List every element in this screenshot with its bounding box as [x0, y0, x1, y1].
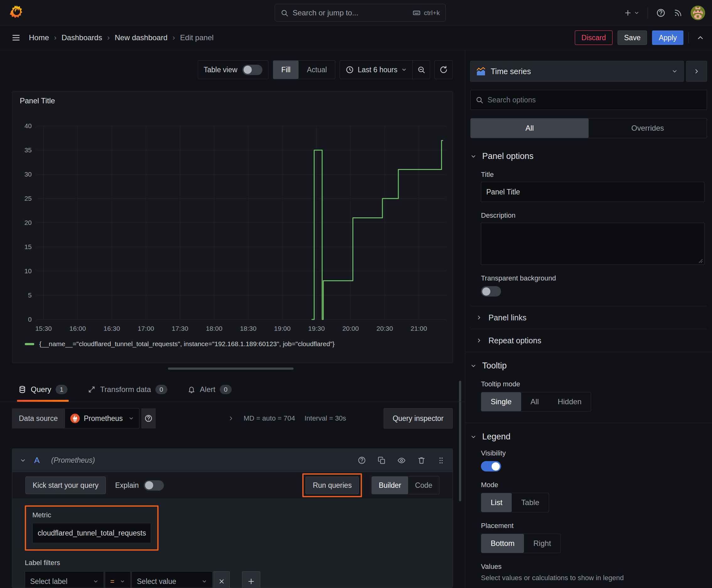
hide-query-button[interactable] [397, 456, 406, 465]
svg-text:15: 15 [24, 243, 32, 250]
menu-toggle-button[interactable] [11, 33, 21, 42]
zoom-out-time-button[interactable] [412, 61, 430, 79]
news-rss-button[interactable] [674, 8, 683, 17]
explain-toggle[interactable] [144, 480, 164, 491]
chevron-down-icon [671, 68, 678, 75]
legend-series-label[interactable]: {__name__="cloudflared_tunnel_total_requ… [39, 340, 335, 348]
time-range-button[interactable]: Last 6 hours [340, 61, 412, 79]
divider [688, 32, 689, 43]
select-value-placeholder: Select value [137, 577, 176, 586]
legend-mode-list[interactable]: List [481, 493, 512, 512]
chevron-down-icon [120, 579, 125, 584]
query-inspector-button[interactable]: Query inspector [384, 408, 453, 428]
query-row-header: A (Prometheus) [12, 449, 453, 472]
grafana-logo-icon[interactable] [9, 4, 24, 21]
legend-mode-segmented: List Table [481, 493, 549, 512]
tooltip-mode-hidden[interactable]: Hidden [548, 392, 591, 411]
panel-links-section[interactable]: Panel links [476, 306, 707, 329]
tooltip-section-header[interactable]: Tooltip [470, 361, 707, 371]
code-option[interactable]: Code [408, 477, 439, 494]
breadcrumb-home[interactable]: Home [29, 33, 49, 42]
options-search-input[interactable] [470, 90, 707, 110]
breadcrumb-dashboards[interactable]: Dashboards [62, 33, 102, 42]
legend-section-header[interactable]: Legend [470, 432, 707, 442]
query-ref-id[interactable]: A [34, 456, 51, 465]
query-help-button[interactable] [358, 456, 366, 465]
legend-mode-table[interactable]: Table [512, 493, 548, 512]
resize-corner-icon[interactable] [698, 258, 703, 263]
tab-transform[interactable]: Transform data 0 [88, 377, 167, 402]
collapse-options-button[interactable] [696, 34, 705, 42]
tooltip-mode-all[interactable]: All [521, 392, 548, 411]
table-view-toggle[interactable] [242, 65, 262, 75]
label-filters-label: Label filters [25, 559, 440, 567]
save-button[interactable]: Save [618, 30, 647, 45]
transparent-background-toggle[interactable] [481, 286, 501, 296]
kick-start-button[interactable]: Kick start your query [25, 477, 106, 494]
title-label: Title [481, 171, 705, 179]
metric-select[interactable]: cloudflared_tunnel_total_requests [33, 523, 151, 543]
toggle-viz-suggestions-button[interactable] [686, 61, 707, 82]
interval-stat: Interval = 30s [304, 414, 346, 422]
tooltip-mode-single[interactable]: Single [481, 392, 521, 411]
chart-legend: {__name__="cloudflared_tunnel_total_requ… [25, 340, 335, 348]
svg-text:0: 0 [28, 316, 32, 323]
label-filters-row: Select label = Select value [25, 571, 440, 588]
operator-dropdown[interactable]: = [105, 571, 131, 588]
panel-title: Panel Title [20, 97, 55, 105]
apply-button[interactable]: Apply [652, 30, 684, 45]
remove-filter-button[interactable] [214, 571, 230, 588]
search-icon [281, 9, 288, 17]
user-avatar[interactable] [691, 6, 705, 20]
svg-text:21:00: 21:00 [411, 325, 427, 332]
database-icon [18, 385, 26, 394]
description-field[interactable] [481, 223, 704, 265]
legend-placement-segmented: Bottom Right [481, 534, 561, 553]
tab-query[interactable]: Query 1 [18, 377, 67, 402]
chart-panel: Panel Title 051015202530354015:3016:0016… [12, 91, 453, 363]
pane-resize-handle[interactable] [168, 368, 294, 370]
divider [648, 7, 648, 19]
builder-option[interactable]: Builder [372, 477, 408, 494]
visualization-picker[interactable]: Time series [470, 61, 684, 82]
collapse-query-button[interactable] [20, 457, 26, 464]
panel-options-section-header[interactable]: Panel options [470, 151, 707, 161]
discard-button[interactable]: Discard [575, 30, 612, 45]
options-search-field[interactable] [488, 96, 702, 104]
timeseries-chart[interactable]: 051015202530354015:3016:0016:3017:0017:3… [17, 122, 448, 334]
svg-text:10: 10 [24, 267, 32, 275]
tab-all-options[interactable]: All [471, 119, 589, 138]
tab-alert[interactable]: Alert 0 [188, 377, 232, 402]
svg-text:35: 35 [24, 146, 32, 153]
tab-alert-count: 0 [220, 385, 232, 394]
run-queries-button[interactable]: Run queries [305, 477, 359, 494]
global-search-input[interactable]: Search or jump to... ctrl+k [275, 4, 446, 22]
add-filter-button[interactable] [242, 571, 260, 588]
svg-text:20: 20 [24, 219, 32, 226]
tooltip-heading: Tooltip [482, 361, 507, 371]
legend-visibility-toggle[interactable] [481, 461, 501, 471]
legend-swatch[interactable] [25, 343, 34, 345]
legend-placement-right[interactable]: Right [524, 534, 560, 553]
repeat-options-section[interactable]: Repeat options [476, 329, 707, 352]
remove-query-button[interactable] [417, 456, 426, 465]
add-new-button[interactable] [624, 9, 640, 17]
panel-title-input-wrap[interactable] [481, 182, 705, 202]
svg-text:20:00: 20:00 [342, 325, 359, 332]
breadcrumb-new-dashboard[interactable]: New dashboard [114, 33, 167, 42]
datasource-help-button[interactable] [141, 408, 156, 428]
help-button[interactable] [656, 8, 666, 18]
repeat-options-heading: Repeat options [489, 336, 541, 345]
fill-option[interactable]: Fill [273, 61, 299, 79]
description-textarea-wrap[interactable] [481, 223, 705, 265]
select-label-dropdown[interactable]: Select label [25, 571, 104, 588]
legend-placement-bottom[interactable]: Bottom [481, 534, 524, 553]
tab-overrides[interactable]: Overrides [589, 119, 707, 138]
select-value-dropdown[interactable]: Select value [132, 571, 213, 588]
drag-query-handle[interactable] [437, 456, 445, 465]
panel-title-field[interactable] [486, 188, 699, 196]
refresh-button[interactable] [434, 60, 453, 79]
datasource-select[interactable]: Prometheus [65, 408, 139, 428]
duplicate-query-button[interactable] [377, 456, 386, 465]
actual-option[interactable]: Actual [299, 61, 335, 79]
